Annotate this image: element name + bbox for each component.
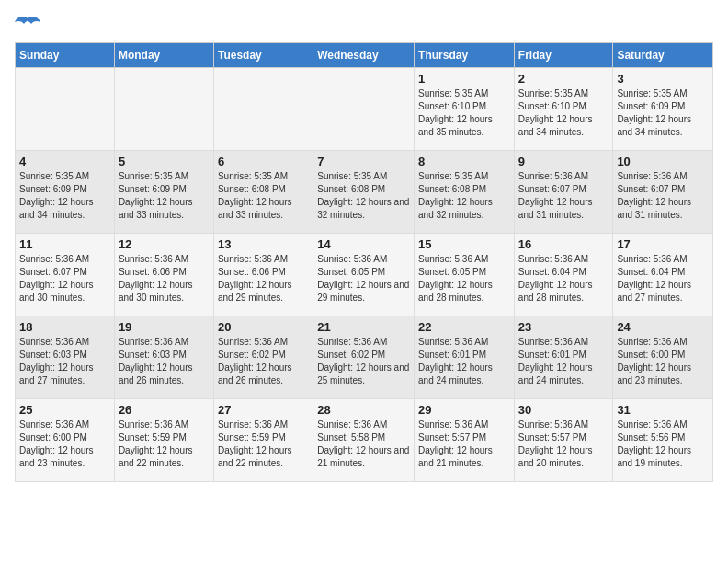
calendar-table: SundayMondayTuesdayWednesdayThursdayFrid…	[15, 42, 713, 482]
day-number: 22	[418, 320, 510, 334]
day-info: Sunrise: 5:35 AMSunset: 6:10 PMDaylight:…	[518, 87, 609, 139]
day-number: 10	[617, 155, 709, 168]
calendar-cell: 27Sunrise: 5:36 AMSunset: 5:59 PMDayligh…	[213, 399, 313, 482]
logo	[15, 15, 44, 35]
day-number: 2	[518, 72, 609, 86]
header	[15, 15, 713, 35]
day-info: Sunrise: 5:36 AMSunset: 6:00 PMDaylight:…	[617, 336, 709, 387]
day-number: 17	[617, 237, 709, 251]
day-info: Sunrise: 5:36 AMSunset: 6:04 PMDaylight:…	[518, 253, 609, 304]
week-row-4: 25Sunrise: 5:36 AMSunset: 6:00 PMDayligh…	[16, 399, 713, 482]
calendar-cell: 10Sunrise: 5:36 AMSunset: 6:07 PMDayligh…	[613, 151, 713, 234]
calendar-cell: 2Sunrise: 5:35 AMSunset: 6:10 PMDaylight…	[514, 68, 613, 151]
day-info: Sunrise: 5:36 AMSunset: 5:58 PMDaylight:…	[317, 419, 410, 470]
calendar-cell	[16, 68, 115, 151]
day-number: 20	[218, 320, 309, 334]
day-info: Sunrise: 5:35 AMSunset: 6:08 PMDaylight:…	[317, 170, 410, 222]
calendar-cell: 21Sunrise: 5:36 AMSunset: 6:02 PMDayligh…	[313, 316, 415, 399]
calendar-cell: 6Sunrise: 5:35 AMSunset: 6:08 PMDaylight…	[213, 151, 313, 234]
week-row-0: 1Sunrise: 5:35 AMSunset: 6:10 PMDaylight…	[16, 68, 713, 151]
day-number: 9	[518, 155, 609, 168]
header-sunday: Sunday	[16, 43, 115, 68]
header-monday: Monday	[114, 43, 213, 68]
calendar-cell: 30Sunrise: 5:36 AMSunset: 5:57 PMDayligh…	[514, 399, 613, 482]
calendar-cell: 29Sunrise: 5:36 AMSunset: 5:57 PMDayligh…	[415, 399, 515, 482]
day-number: 27	[218, 403, 309, 417]
day-info: Sunrise: 5:36 AMSunset: 6:07 PMDaylight:…	[617, 170, 709, 222]
calendar-header-row: SundayMondayTuesdayWednesdayThursdayFrid…	[16, 43, 713, 68]
calendar-cell: 12Sunrise: 5:36 AMSunset: 6:06 PMDayligh…	[114, 234, 213, 316]
day-info: Sunrise: 5:36 AMSunset: 6:03 PMDaylight:…	[19, 336, 110, 387]
day-number: 16	[518, 237, 609, 251]
calendar-cell: 23Sunrise: 5:36 AMSunset: 6:01 PMDayligh…	[514, 316, 613, 399]
day-number: 6	[218, 155, 309, 168]
calendar-cell: 22Sunrise: 5:36 AMSunset: 6:01 PMDayligh…	[415, 316, 515, 399]
day-number: 24	[617, 320, 709, 334]
calendar-cell: 20Sunrise: 5:36 AMSunset: 6:02 PMDayligh…	[213, 316, 313, 399]
day-number: 15	[418, 237, 510, 251]
day-number: 5	[119, 155, 210, 168]
day-info: Sunrise: 5:36 AMSunset: 6:06 PMDaylight:…	[119, 253, 210, 304]
calendar-cell: 16Sunrise: 5:36 AMSunset: 6:04 PMDayligh…	[514, 234, 613, 316]
calendar-cell: 9Sunrise: 5:36 AMSunset: 6:07 PMDaylight…	[514, 151, 613, 234]
calendar-cell: 31Sunrise: 5:36 AMSunset: 5:56 PMDayligh…	[613, 399, 713, 482]
day-info: Sunrise: 5:36 AMSunset: 6:00 PMDaylight:…	[19, 419, 110, 470]
calendar-cell: 4Sunrise: 5:35 AMSunset: 6:09 PMDaylight…	[16, 151, 115, 234]
header-saturday: Saturday	[613, 43, 713, 68]
day-info: Sunrise: 5:36 AMSunset: 6:01 PMDaylight:…	[518, 336, 609, 387]
day-info: Sunrise: 5:35 AMSunset: 6:09 PMDaylight:…	[119, 170, 210, 222]
calendar-cell: 8Sunrise: 5:35 AMSunset: 6:08 PMDaylight…	[415, 151, 515, 234]
calendar-cell: 13Sunrise: 5:36 AMSunset: 6:06 PMDayligh…	[213, 234, 313, 316]
day-info: Sunrise: 5:36 AMSunset: 6:04 PMDaylight:…	[617, 253, 709, 304]
calendar-cell	[313, 68, 415, 151]
day-info: Sunrise: 5:36 AMSunset: 6:07 PMDaylight:…	[19, 253, 110, 304]
day-info: Sunrise: 5:36 AMSunset: 6:03 PMDaylight:…	[119, 336, 210, 387]
calendar-cell: 15Sunrise: 5:36 AMSunset: 6:05 PMDayligh…	[415, 234, 515, 316]
calendar-cell: 3Sunrise: 5:35 AMSunset: 6:09 PMDaylight…	[613, 68, 713, 151]
day-info: Sunrise: 5:36 AMSunset: 6:02 PMDaylight:…	[317, 336, 410, 387]
day-number: 3	[617, 72, 709, 86]
day-info: Sunrise: 5:35 AMSunset: 6:08 PMDaylight:…	[218, 170, 309, 222]
day-number: 13	[218, 237, 309, 251]
day-info: Sunrise: 5:36 AMSunset: 5:56 PMDaylight:…	[617, 419, 709, 470]
calendar-cell	[213, 68, 313, 151]
calendar-cell: 28Sunrise: 5:36 AMSunset: 5:58 PMDayligh…	[313, 399, 415, 482]
header-thursday: Thursday	[415, 43, 515, 68]
calendar-cell: 19Sunrise: 5:36 AMSunset: 6:03 PMDayligh…	[114, 316, 213, 399]
day-info: Sunrise: 5:36 AMSunset: 6:05 PMDaylight:…	[418, 253, 510, 304]
calendar-cell: 26Sunrise: 5:36 AMSunset: 5:59 PMDayligh…	[114, 399, 213, 482]
week-row-3: 18Sunrise: 5:36 AMSunset: 6:03 PMDayligh…	[16, 316, 713, 399]
calendar-cell: 5Sunrise: 5:35 AMSunset: 6:09 PMDaylight…	[114, 151, 213, 234]
day-info: Sunrise: 5:36 AMSunset: 5:57 PMDaylight:…	[518, 419, 609, 470]
header-tuesday: Tuesday	[213, 43, 313, 68]
day-info: Sunrise: 5:36 AMSunset: 6:01 PMDaylight:…	[418, 336, 510, 387]
calendar-cell: 11Sunrise: 5:36 AMSunset: 6:07 PMDayligh…	[16, 234, 115, 316]
day-number: 19	[119, 320, 210, 334]
day-number: 12	[119, 237, 210, 251]
calendar-cell: 24Sunrise: 5:36 AMSunset: 6:00 PMDayligh…	[613, 316, 713, 399]
calendar-cell: 18Sunrise: 5:36 AMSunset: 6:03 PMDayligh…	[16, 316, 115, 399]
day-number: 1	[418, 72, 510, 86]
day-info: Sunrise: 5:36 AMSunset: 6:02 PMDaylight:…	[218, 336, 309, 387]
day-number: 4	[19, 155, 110, 168]
day-info: Sunrise: 5:36 AMSunset: 6:05 PMDaylight:…	[317, 253, 410, 304]
day-info: Sunrise: 5:36 AMSunset: 5:59 PMDaylight:…	[218, 419, 309, 470]
day-number: 21	[317, 320, 410, 334]
day-number: 18	[19, 320, 110, 334]
day-info: Sunrise: 5:36 AMSunset: 5:57 PMDaylight:…	[418, 419, 510, 470]
calendar-cell: 14Sunrise: 5:36 AMSunset: 6:05 PMDayligh…	[313, 234, 415, 316]
day-number: 26	[119, 403, 210, 417]
calendar-cell: 7Sunrise: 5:35 AMSunset: 6:08 PMDaylight…	[313, 151, 415, 234]
day-number: 28	[317, 403, 410, 417]
calendar-cell: 17Sunrise: 5:36 AMSunset: 6:04 PMDayligh…	[613, 234, 713, 316]
day-number: 7	[317, 155, 410, 168]
week-row-2: 11Sunrise: 5:36 AMSunset: 6:07 PMDayligh…	[16, 234, 713, 316]
calendar-cell	[114, 68, 213, 151]
day-info: Sunrise: 5:35 AMSunset: 6:10 PMDaylight:…	[418, 87, 510, 139]
day-info: Sunrise: 5:35 AMSunset: 6:09 PMDaylight:…	[617, 87, 709, 139]
day-info: Sunrise: 5:36 AMSunset: 6:07 PMDaylight:…	[518, 170, 609, 222]
header-friday: Friday	[514, 43, 613, 68]
day-number: 30	[518, 403, 609, 417]
calendar-cell: 25Sunrise: 5:36 AMSunset: 6:00 PMDayligh…	[16, 399, 115, 482]
day-number: 25	[19, 403, 110, 417]
